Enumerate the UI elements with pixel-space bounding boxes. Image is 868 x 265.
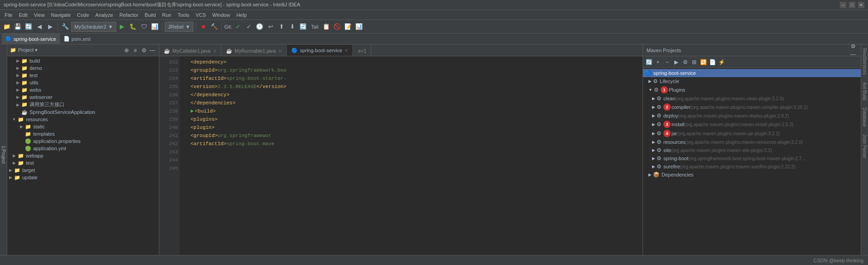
maven-tree-item[interactable]: ▶⚙resources (org.apache.maven.plugins:ma… xyxy=(643,138,861,146)
tree-item[interactable]: ▶📁target xyxy=(7,167,159,174)
tail-btn[interactable]: 📋 xyxy=(321,22,331,32)
maven-tree-item[interactable]: ▶⚙Lifecycle xyxy=(643,77,861,85)
toolbar-forward-btn[interactable]: ▶ xyxy=(45,22,55,32)
maven-tree-item[interactable]: ▶⚙spring-boot (org.springframework.boot:… xyxy=(643,154,861,162)
toolbar-save-btn[interactable]: 💾 xyxy=(13,22,23,32)
tree-item[interactable]: ▶📁webapp xyxy=(7,152,159,159)
toolbar-back-btn[interactable]: ◀ xyxy=(34,22,44,32)
right-panel-label-ant-build[interactable]: Ant Build xyxy=(861,79,868,104)
jrebel-dropdown[interactable]: JRebel ▼ xyxy=(165,22,193,32)
git-push-btn[interactable]: ⬆ xyxy=(276,22,286,32)
build-button[interactable]: 🔨 xyxy=(209,22,219,32)
tab-close-btn[interactable]: ✕ xyxy=(213,49,216,54)
code-view[interactable]: <dependency> <groupId>org.springframewor… xyxy=(180,56,642,265)
settings-btn[interactable]: ⚙ xyxy=(140,47,147,54)
menu-item-navigate[interactable]: Navigate xyxy=(48,11,73,19)
maven-refresh-btn[interactable]: 🔄 xyxy=(645,58,653,66)
restore-button[interactable]: □ xyxy=(849,2,855,8)
tree-item[interactable]: ▶📁static xyxy=(7,123,159,130)
office2-btn[interactable]: 📊 xyxy=(354,22,364,32)
right-panel-label-restservices[interactable]: RestServices xyxy=(861,44,868,79)
tree-item[interactable]: 🟢application.properties xyxy=(7,137,159,145)
maven-run-config-btn[interactable]: ⚙ xyxy=(681,58,689,66)
maven-settings-btn[interactable]: ⚙ xyxy=(849,42,857,50)
tree-item[interactable]: ▶📁test xyxy=(7,159,159,167)
maven-tree-item[interactable]: ▶⚙4jar (org.apache.maven.plugins:maven-j… xyxy=(643,129,861,138)
tree-item[interactable]: ▶📁调用第三方接口 xyxy=(7,101,159,108)
tree-item[interactable]: ▶📁webserver xyxy=(7,93,159,101)
editor-tab-more[interactable]: ≡+1 xyxy=(353,46,371,56)
tree-item[interactable]: ▶📁update xyxy=(7,174,159,181)
locate-btn[interactable]: ⊕ xyxy=(123,47,130,54)
tree-item[interactable]: ▶📁demo xyxy=(7,64,159,72)
maven-tree-item[interactable]: ▶⚙3install (org.apache.maven.plugins:mav… xyxy=(643,120,861,129)
tree-item[interactable]: ▶📁webs xyxy=(7,86,159,93)
git-fetch-btn[interactable]: 🔄 xyxy=(298,22,308,32)
tree-item[interactable]: ▼📁resources xyxy=(7,116,159,123)
coverage-button[interactable]: 🛡 xyxy=(139,22,149,32)
tab-close-btn[interactable]: ✕ xyxy=(344,48,348,53)
maven-skip-tests-btn[interactable]: ⚡ xyxy=(717,58,726,66)
editor-tab[interactable]: ☕MyCallable1.java✕ xyxy=(159,46,221,56)
maven-tree-item[interactable]: ▶⚙surefire (org.apache.maven.plugins:mav… xyxy=(643,162,861,171)
tree-item[interactable]: ▶📁test xyxy=(7,72,159,79)
project-tab-pomxml[interactable]: 📄 pom.xml xyxy=(60,34,94,44)
debug-button[interactable]: 🐛 xyxy=(128,22,138,32)
collapse-btn[interactable]: ≡ xyxy=(132,47,139,54)
maven-lifecycle-btn[interactable]: 🔁 xyxy=(699,58,707,66)
maven-tree-item[interactable]: ▶📦Dependencies xyxy=(643,171,861,179)
office-btn[interactable]: 📝 xyxy=(343,22,353,32)
menu-item-view[interactable]: View xyxy=(31,11,48,19)
hide-btn[interactable]: — xyxy=(149,47,156,54)
close-button[interactable]: ✕ xyxy=(858,2,864,8)
run-button[interactable]: ▶ xyxy=(117,22,127,32)
maven-tree-item[interactable]: ▶⚙deploy (org.apache.maven.plugins:maven… xyxy=(643,112,861,120)
tab-close-btn[interactable]: ✕ xyxy=(278,49,282,54)
minimize-button[interactable]: ─ xyxy=(840,2,846,8)
toolbar-sync-btn[interactable]: 🔄 xyxy=(24,22,34,32)
tree-item[interactable]: ☕SpringBootServiceApplication xyxy=(7,108,159,116)
right-panel-label-database[interactable]: Database xyxy=(861,104,868,131)
side-panel-label[interactable]: 1:Project xyxy=(0,44,7,265)
stop-button[interactable]: ■ xyxy=(198,22,208,32)
menu-item-edit[interactable]: Edit xyxy=(16,11,30,19)
menu-item-file[interactable]: File xyxy=(2,11,15,19)
tree-item[interactable]: 📁templates xyxy=(7,130,159,137)
menu-item-vcs[interactable]: VCS xyxy=(193,11,209,19)
project-tab-springbootservice[interactable]: 🔵 spring-boot-service xyxy=(2,34,60,44)
menu-item-build[interactable]: Build xyxy=(142,11,158,19)
menu-item-refactor[interactable]: Refactor xyxy=(117,11,141,19)
right-panel-label-json-parser[interactable]: Json Parser xyxy=(861,131,868,162)
maven-tree-item[interactable]: ▶⚙site (org.apache.maven.plugins:maven-s… xyxy=(643,146,861,154)
maven-remove-btn[interactable]: − xyxy=(663,58,671,66)
git-undo-btn[interactable]: ↩ xyxy=(265,22,275,32)
maven-add-btn[interactable]: + xyxy=(654,58,662,66)
menu-item-window[interactable]: Window xyxy=(210,11,233,19)
toolbar-run-config-btn[interactable]: 🔧 xyxy=(60,22,70,32)
maven-tree-item[interactable]: 🔵spring-boot-service xyxy=(643,69,861,77)
maven-run-btn[interactable]: ▶ xyxy=(672,58,680,66)
git-pull-btn[interactable]: ⬇ xyxy=(287,22,297,32)
bookmark-btn[interactable]: 🚫 xyxy=(332,22,342,32)
menu-item-tools[interactable]: Tools xyxy=(175,11,192,19)
maven-source-btn[interactable]: 📄 xyxy=(708,58,716,66)
editor-tab[interactable]: 🔵spring-boot-service✕ xyxy=(287,45,353,56)
git-check-btn[interactable]: ✓ xyxy=(233,22,243,32)
run-config-dropdown[interactable]: MyScheduler2 ▼ xyxy=(71,22,116,32)
tree-item[interactable]: ▶📁utils xyxy=(7,79,159,86)
tree-item[interactable]: 🟢application.yml xyxy=(7,145,159,152)
maven-tree-item[interactable]: ▼⚙1Plugins xyxy=(643,85,861,94)
menu-item-help[interactable]: Help xyxy=(234,11,250,19)
menu-item-code[interactable]: Code xyxy=(74,11,92,19)
tree-item[interactable]: ▶📁build xyxy=(7,57,159,64)
menu-item-analyze[interactable]: Analyze xyxy=(93,11,116,19)
git-branch-btn[interactable]: ✓ xyxy=(244,22,254,32)
toolbar-project-btn[interactable]: 📁 xyxy=(2,22,12,32)
maven-tree-item[interactable]: ▶⚙2compiler (org.apache.maven.plugins:ma… xyxy=(643,103,861,112)
profile-button[interactable]: 📊 xyxy=(150,22,160,32)
maven-toggle-btn[interactable]: ⊞ xyxy=(690,58,698,66)
git-history-btn[interactable]: 🕐 xyxy=(255,22,265,32)
maven-tree-item[interactable]: ▶⚙clean (org.apache.maven.plugins:maven-… xyxy=(643,94,861,103)
editor-tab[interactable]: ☕MyRunnable1.java✕ xyxy=(221,46,287,56)
menu-item-run[interactable]: Run xyxy=(159,11,174,19)
